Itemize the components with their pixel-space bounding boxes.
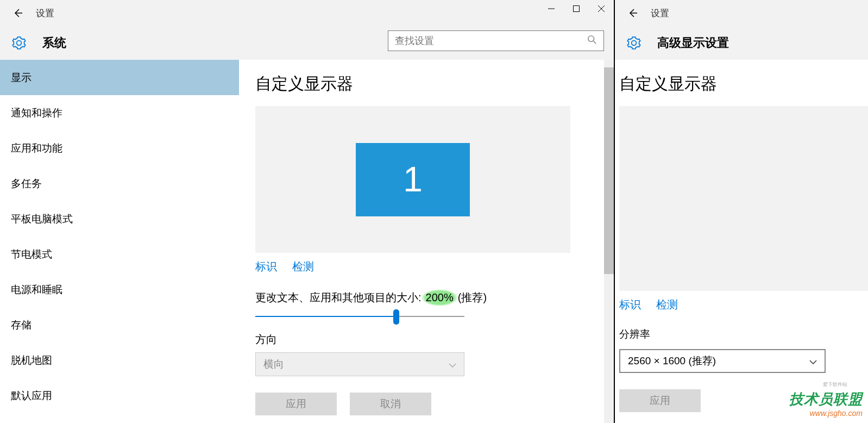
titlebar: 设置 <box>0 0 614 26</box>
sidebar: 显示 通知和操作 应用和功能 多任务 平板电脑模式 节电模式 电源和睡眠 存储 … <box>0 60 239 423</box>
detect-link[interactable]: 检测 <box>656 297 678 312</box>
sidebar-item-tablet[interactable]: 平板电脑模式 <box>0 201 239 237</box>
svg-point-4 <box>588 36 594 42</box>
search-input[interactable] <box>395 35 587 47</box>
watermark-title: 技术员联盟 <box>789 390 863 409</box>
window-title: 设置 <box>36 7 54 20</box>
back-button[interactable] <box>8 3 28 23</box>
settings-window-advanced: 设置 高级显示设置 自定义显示器 标识 检测 分辨率 2560 × 1600 (… <box>615 0 868 423</box>
gear-icon <box>11 35 27 51</box>
close-button[interactable] <box>589 0 614 17</box>
orientation-label: 方向 <box>255 332 597 347</box>
content-area: 自定义显示器 标识 检测 分辨率 2560 × 1600 (推荐) 应用 <box>615 60 868 423</box>
scale-value-highlight: 200% <box>422 289 458 306</box>
scrollbar[interactable] <box>604 60 614 423</box>
search-box[interactable] <box>388 30 604 51</box>
sidebar-item-notifications[interactable]: 通知和操作 <box>0 95 239 130</box>
sidebar-item-multitask[interactable]: 多任务 <box>0 166 239 201</box>
orientation-dropdown[interactable]: 横向 <box>255 352 464 376</box>
window-title: 设置 <box>651 7 669 20</box>
scrollbar-thumb[interactable] <box>604 67 614 274</box>
svg-rect-1 <box>574 6 580 12</box>
page-title: 高级显示设置 <box>657 35 729 51</box>
watermark-url: www.jsgho.com <box>789 409 863 418</box>
scale-slider[interactable] <box>255 316 464 317</box>
sidebar-item-display[interactable]: 显示 <box>0 60 239 95</box>
content-heading: 自定义显示器 <box>619 73 852 95</box>
resolution-dropdown[interactable]: 2560 × 1600 (推荐) <box>619 349 826 373</box>
header: 系统 <box>0 26 614 60</box>
slider-thumb[interactable] <box>393 309 399 325</box>
monitor-1[interactable]: 1 <box>356 143 470 216</box>
detect-link[interactable]: 检测 <box>292 259 314 274</box>
back-button[interactable] <box>622 3 643 23</box>
sidebar-item-apps[interactable]: 应用和功能 <box>0 130 239 166</box>
resolution-label: 分辨率 <box>619 327 852 341</box>
minimize-button[interactable] <box>539 0 564 17</box>
search-icon <box>587 35 597 47</box>
sidebar-item-storage[interactable]: 存储 <box>0 307 239 343</box>
sidebar-item-power[interactable]: 电源和睡眠 <box>0 272 239 307</box>
page-title: 系统 <box>42 35 66 51</box>
header: 高级显示设置 <box>615 26 868 60</box>
identify-link[interactable]: 标识 <box>255 259 277 274</box>
identify-link[interactable]: 标识 <box>619 297 641 312</box>
svg-line-5 <box>594 41 596 44</box>
apply-button[interactable]: 应用 <box>255 393 337 415</box>
apply-button[interactable]: 应用 <box>619 389 701 412</box>
content-area: 自定义显示器 1 标识 检测 更改文本、应用和其他项目的大小: 200% (推荐… <box>239 60 614 423</box>
watermark: 爱下软件站 技术员联盟 www.jsgho.com <box>789 390 863 418</box>
sidebar-item-maps[interactable]: 脱机地图 <box>0 343 239 378</box>
gear-icon <box>626 35 642 51</box>
monitor-preview-area[interactable] <box>619 106 868 291</box>
chevron-down-icon <box>809 355 817 367</box>
content-heading: 自定义显示器 <box>255 73 597 95</box>
scale-label: 更改文本、应用和其他项目的大小: 200% (推荐) <box>255 289 597 306</box>
titlebar: 设置 <box>615 0 868 26</box>
sidebar-item-defaultapps[interactable]: 默认应用 <box>0 378 239 413</box>
sidebar-item-battery[interactable]: 节电模式 <box>0 237 239 272</box>
cancel-button[interactable]: 取消 <box>350 393 431 415</box>
settings-window-main: 设置 系统 显示 通知和操作 应用和功能 <box>0 0 615 423</box>
monitor-preview-area[interactable]: 1 <box>255 106 570 253</box>
chevron-down-icon <box>449 358 456 370</box>
maximize-button[interactable] <box>564 0 589 17</box>
